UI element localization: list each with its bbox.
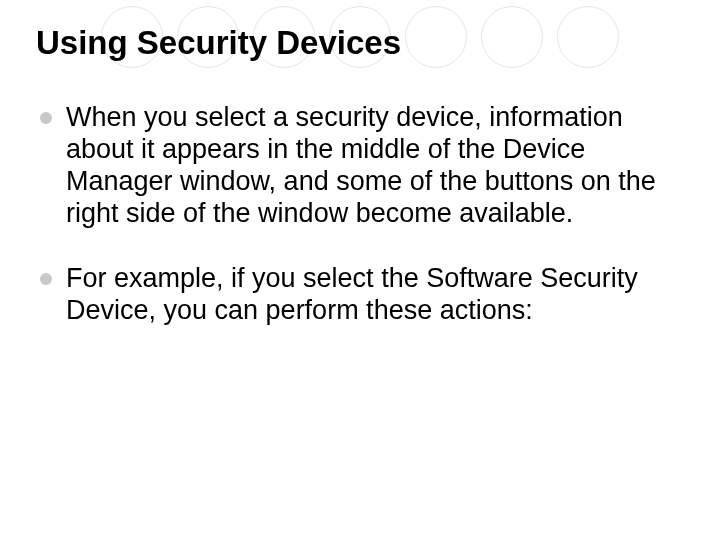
bullet-icon [40,112,52,124]
slide-content: Using Security Devices When you select a… [0,0,720,540]
list-item: For example, if you select the Software … [62,263,684,327]
slide-title: Using Security Devices [36,24,684,62]
bullet-text: For example, if you select the Software … [66,263,638,325]
bullet-text: When you select a security device, infor… [66,102,656,228]
bullet-icon [40,273,52,285]
bullet-list: When you select a security device, infor… [36,102,684,327]
list-item: When you select a security device, infor… [62,102,684,229]
